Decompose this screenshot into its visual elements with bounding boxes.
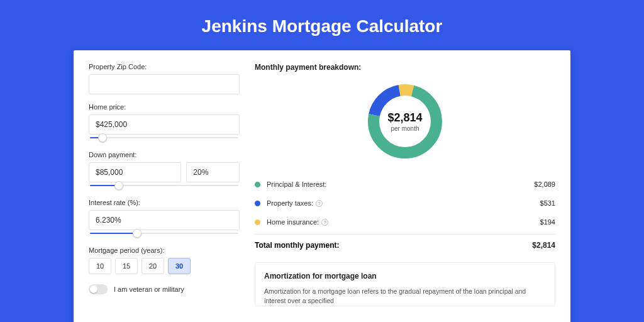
home-price-slider[interactable] [89,133,240,142]
breakdown-title: Monthly payment breakdown: [255,63,555,72]
legend-dot-icon [255,219,260,225]
period-button-10[interactable]: 10 [89,258,111,274]
breakdown-column: Monthly payment breakdown: $2,814 per mo… [255,63,555,322]
legend-amount: $2,089 [534,180,555,188]
legend-list: Principal & Interest:$2,089Property taxe… [255,175,555,231]
slider-thumb[interactable] [114,181,123,190]
donut-center: $2,814 per month [364,80,446,162]
legend-amount: $194 [540,218,555,226]
period-button-20[interactable]: 20 [142,258,164,274]
legend-amount: $531 [540,199,555,207]
total-amount: $2,814 [532,241,555,250]
total-row: Total monthly payment: $2,814 [255,234,555,257]
period-buttons: 10152030 [89,258,240,274]
toggle-knob [90,286,97,293]
home-price-input[interactable] [89,114,240,135]
legend-dot-icon [255,182,260,187]
page-title: Jenkins Mortgage Calculator [0,0,644,50]
legend-row-principal: Principal & Interest:$2,089 [255,175,555,194]
interest-rate-slider[interactable] [89,229,240,238]
zip-label: Property Zip Code: [89,63,240,70]
down-payment-label: Down payment: [89,151,240,158]
interest-rate-label: Interest rate (%): [89,199,240,206]
interest-rate-field: Interest rate (%): [89,199,240,238]
donut-chart: $2,814 per month [364,80,446,162]
legend-label: Home insurance: ? [267,218,328,226]
amortization-card: Amortization for mortgage loan Amortizat… [255,262,555,306]
donut-chart-wrap: $2,814 per month [255,80,555,162]
veteran-label: I am veteran or military [114,286,184,293]
zip-field: Property Zip Code: [89,63,240,94]
down-payment-pct-input[interactable] [186,162,240,182]
down-payment-input[interactable] [89,162,181,182]
zip-input[interactable] [89,74,240,94]
total-label: Total monthly payment: [255,241,339,250]
legend-label: Property taxes: ? [267,199,323,207]
help-icon[interactable]: ? [316,200,323,207]
home-price-field: Home price: [89,103,240,142]
down-payment-slider[interactable] [89,181,240,190]
legend-dot-icon [255,201,260,206]
veteran-toggle[interactable] [89,284,108,294]
slider-thumb[interactable] [98,133,107,142]
period-button-30[interactable]: 30 [168,258,191,274]
down-payment-field: Down payment: [89,151,240,190]
home-price-label: Home price: [89,103,240,111]
help-icon[interactable]: ? [321,219,328,226]
veteran-row: I am veteran or military [89,284,240,294]
donut-sub: per month [391,125,419,132]
amortization-body: Amortization for a mortgage loan refers … [264,287,546,306]
legend-label: Principal & Interest: [267,180,326,188]
inputs-column: Property Zip Code: Home price: Down paym… [89,63,240,322]
period-button-15[interactable]: 15 [115,258,138,274]
legend-row-insurance: Home insurance: ?$194 [255,213,555,231]
interest-rate-input[interactable] [89,210,240,230]
mortgage-period-label: Mortgage period (years): [89,247,240,254]
donut-amount: $2,814 [387,111,422,125]
calculator-card: Property Zip Code: Home price: Down paym… [74,50,570,322]
slider-thumb[interactable] [133,229,142,238]
legend-row-taxes: Property taxes: ?$531 [255,194,555,213]
amortization-title: Amortization for mortgage loan [264,272,546,280]
mortgage-period-field: Mortgage period (years): 10152030 [89,247,240,274]
